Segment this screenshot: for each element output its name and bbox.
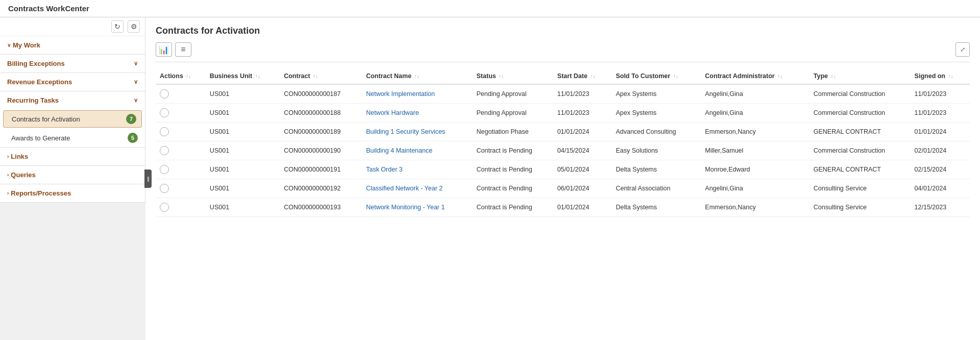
my-work-label: My Work [13, 41, 40, 49]
cell-status: Contract is Pending [473, 179, 553, 198]
reports-processes-header[interactable]: › Reports/Processes [0, 184, 145, 202]
cell-business-unit: US001 [206, 84, 280, 104]
table-row: US001CON000000000188Network HardwarePend… [156, 104, 970, 123]
col-header-actions[interactable]: Actions ↑↓ [156, 68, 206, 84]
col-header-sold-to-customer[interactable]: Sold To Customer ↑↓ [611, 68, 701, 84]
sidebar-my-work-header[interactable]: ∨ My Work [0, 36, 145, 54]
cell-action [156, 84, 206, 104]
col-header-type[interactable]: Type ↑↓ [810, 68, 911, 84]
cell-status: Contract is Pending [473, 198, 553, 217]
sidebar-item-awards-to-generate[interactable]: Awards to Generate 5 [0, 129, 145, 147]
action-circle-button[interactable] [160, 184, 169, 193]
chart-button[interactable]: 📊 [156, 42, 172, 57]
table-row: US001CON000000000193Network Monitoring -… [156, 198, 970, 217]
chart-icon: 📊 [159, 45, 169, 55]
settings-button[interactable]: ⚙ [128, 20, 140, 33]
cell-action [156, 141, 206, 160]
main-panel: Contracts for Activation 📊 ≡ ⤢ [145, 17, 980, 340]
panel-toolbar: 📊 ≡ ⤢ [156, 42, 970, 62]
sidebar-collapse-button[interactable]: ‖ [144, 169, 152, 188]
reports-processes-label: Reports/Processes [11, 189, 71, 197]
cell-business-unit: US001 [206, 160, 280, 179]
my-work-arrow: ∨ [7, 42, 11, 48]
cell-contract-administrator: Emmerson,Nancy [701, 123, 809, 141]
contract-name-link[interactable]: Building 1 Security Services [366, 128, 445, 135]
col-header-business-unit[interactable]: Business Unit ↑↓ [206, 68, 280, 84]
col-header-contract-name[interactable]: Contract Name ↑↓ [362, 68, 472, 84]
cell-status: Pending Approval [473, 104, 553, 123]
action-circle-button[interactable] [160, 146, 169, 155]
contract-name-link[interactable]: Network Implementation [366, 90, 435, 98]
sort-icon-start-date: ↑↓ [590, 74, 595, 79]
cell-start-date: 06/01/2024 [553, 179, 612, 198]
sidebar-item-contracts-for-activation[interactable]: Contracts for Activation 7 [3, 110, 142, 128]
contract-name-link[interactable]: Network Monitoring - Year 1 [366, 204, 445, 211]
filter-button[interactable]: ≡ [175, 42, 191, 57]
col-header-signed-on[interactable]: Signed on ↑↓ [911, 68, 970, 84]
action-circle-button[interactable] [160, 108, 169, 117]
contract-name-link[interactable]: Building 4 Maintenance [366, 147, 432, 154]
cell-start-date: 05/01/2024 [553, 160, 612, 179]
col-header-start-date[interactable]: Start Date ↑↓ [553, 68, 612, 84]
cell-contract-administrator: Emmerson,Nancy [701, 198, 809, 217]
col-header-contract[interactable]: Contract ↑↓ [280, 68, 362, 84]
queries-label: Queries [11, 171, 35, 179]
sidebar-section-billing-exceptions: Billing Exceptions ∨ [0, 55, 145, 73]
col-label-start-date: Start Date [557, 72, 587, 80]
app-header: Contracts WorkCenter [0, 0, 980, 17]
sidebar-links: › Links [0, 148, 145, 166]
awards-to-generate-label: Awards to Generate [11, 134, 70, 142]
cell-business-unit: US001 [206, 179, 280, 198]
sidebar-reports-processes: › Reports/Processes [0, 184, 145, 203]
cell-action [156, 198, 206, 217]
cell-action [156, 160, 206, 179]
cell-contract-administrator: Monroe,Edward [701, 160, 809, 179]
cell-type: Commercial Construction [810, 104, 911, 123]
sort-icon-sold-to-customer: ↑↓ [673, 74, 678, 79]
cell-sold-to-customer: Delta Systems [611, 160, 701, 179]
links-header[interactable]: › Links [0, 148, 145, 165]
sort-icon-status: ↑↓ [499, 74, 504, 79]
contract-name-link[interactable]: Task Order 3 [366, 166, 403, 173]
billing-exceptions-header[interactable]: Billing Exceptions ∨ [0, 55, 145, 72]
sort-icon-contract-administrator: ↑↓ [777, 74, 782, 79]
action-circle-button[interactable] [160, 203, 169, 212]
sidebar-section-recurring-tasks: Recurring Tasks ∨ Contracts for Activati… [0, 91, 145, 148]
panel-title: Contracts for Activation [156, 26, 970, 36]
action-circle-button[interactable] [160, 89, 169, 99]
col-label-sold-to-customer: Sold To Customer [616, 72, 670, 80]
sort-icon-signed-on: ↑↓ [948, 74, 953, 79]
cell-contract: CON000000000189 [280, 123, 362, 141]
contract-name-link[interactable]: Classified Network - Year 2 [366, 185, 443, 192]
cell-contract-administrator: Angelini,Gina [701, 179, 809, 198]
table-row: US001CON000000000187Network Implementati… [156, 84, 970, 104]
revenue-exceptions-header[interactable]: Revenue Exceptions ∨ [0, 73, 145, 91]
cell-sold-to-customer: Central Association [611, 179, 701, 198]
contracts-table: Actions ↑↓ Business Unit ↑↓ Contract ↑↓ [156, 68, 970, 217]
contracts-for-activation-label: Contracts for Activation [12, 115, 80, 123]
action-circle-button[interactable] [160, 165, 169, 174]
table-row: US001CON000000000192Classified Network -… [156, 179, 970, 198]
reports-processes-arrow: › [7, 190, 9, 196]
sidebar-section-revenue-exceptions: Revenue Exceptions ∨ [0, 73, 145, 91]
cell-contract-administrator: Angelini,Gina [701, 104, 809, 123]
billing-exceptions-label: Billing Exceptions [7, 60, 65, 67]
refresh-button[interactable]: ↻ [111, 20, 124, 33]
cell-sold-to-customer: Apex Systems [611, 84, 701, 104]
cell-contract-name: Classified Network - Year 2 [362, 179, 472, 198]
awards-to-generate-badge: 5 [128, 133, 138, 143]
recurring-tasks-header[interactable]: Recurring Tasks ∨ [0, 91, 145, 109]
expand-button[interactable]: ⤢ [955, 42, 970, 57]
recurring-tasks-label: Recurring Tasks [7, 96, 59, 104]
col-header-status[interactable]: Status ↑↓ [473, 68, 553, 84]
app-title: Contracts WorkCenter [8, 4, 89, 13]
cell-contract-name: Task Order 3 [362, 160, 472, 179]
col-header-contract-administrator[interactable]: Contract Administrator ↑↓ [701, 68, 809, 84]
contracts-for-activation-badge: 7 [126, 114, 136, 124]
cell-action [156, 179, 206, 198]
cell-contract-administrator: Miller,Samuel [701, 141, 809, 160]
action-circle-button[interactable] [160, 127, 169, 136]
queries-header[interactable]: › Queries [0, 166, 145, 184]
contract-name-link[interactable]: Network Hardware [366, 109, 419, 116]
cell-sold-to-customer: Apex Systems [611, 104, 701, 123]
